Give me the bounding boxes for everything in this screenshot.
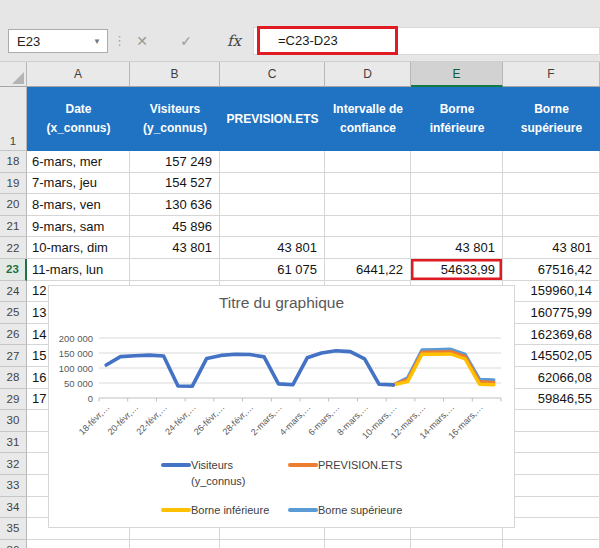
header-cell-E[interactable]: Borne inférieure — [411, 87, 503, 151]
row-header-24[interactable]: 24 — [0, 281, 27, 303]
row-header-28[interactable]: 28 — [0, 367, 27, 389]
row-header-31[interactable]: 31 — [0, 432, 27, 454]
cell-F22[interactable]: 43 801 — [503, 237, 600, 259]
header-cell-A[interactable]: Date (x_connus) — [27, 87, 130, 151]
cell-B21[interactable]: 45 896 — [130, 216, 220, 238]
column-header-D[interactable]: D — [325, 62, 411, 87]
cell-E20[interactable] — [411, 194, 503, 216]
cell-F32[interactable] — [503, 453, 600, 475]
cancel-icon[interactable]: ✕ — [128, 29, 156, 53]
cell-F24[interactable]: 159960,14 — [503, 281, 600, 303]
cell-B20[interactable]: 130 636 — [130, 194, 220, 216]
cell-D36[interactable] — [325, 540, 411, 548]
cell-F25[interactable]: 160775,99 — [503, 302, 600, 324]
row-header-23[interactable]: 23 — [0, 259, 27, 281]
cell-D20[interactable] — [325, 194, 411, 216]
cell-E21[interactable] — [411, 216, 503, 238]
cell-D21[interactable] — [325, 216, 411, 238]
cell-A18[interactable]: 6-mars, mer — [27, 151, 130, 173]
cell-D23[interactable]: 6441,22 — [325, 259, 411, 281]
row-header-36[interactable]: 36 — [0, 540, 27, 548]
row-header-33[interactable]: 33 — [0, 475, 27, 497]
header-cell-B[interactable]: Visiteurs (y_connus) — [130, 87, 220, 151]
insert-function-icon[interactable]: fx — [220, 29, 248, 53]
cell-C19[interactable] — [220, 173, 325, 195]
row-header-20[interactable]: 20 — [0, 194, 27, 216]
cell-C23[interactable]: 61 075 — [220, 259, 325, 281]
cell-F21[interactable] — [503, 216, 600, 238]
cell-C36[interactable] — [220, 540, 325, 548]
cell-A36[interactable] — [27, 540, 130, 548]
cell-A22[interactable]: 10-mars, dim — [27, 237, 130, 259]
cell-E18[interactable] — [411, 151, 503, 173]
row-header-29[interactable]: 29 — [0, 389, 27, 411]
cell-F23[interactable]: 67516,42 — [503, 259, 600, 281]
cell-F29[interactable]: 59846,55 — [503, 389, 600, 411]
cell-E36[interactable] — [411, 540, 503, 548]
cell-A23[interactable]: 11-mars, lun — [27, 259, 130, 281]
legend-item[interactable]: Borne inférieure — [161, 503, 288, 519]
cell-A20[interactable]: 8-mars, ven — [27, 194, 130, 216]
cell-B23[interactable] — [130, 259, 220, 281]
row-header-27[interactable]: 27 — [0, 345, 27, 367]
embedded-chart[interactable]: Titre du graphique 050 000100 000150 000… — [48, 285, 515, 528]
column-header-A[interactable]: A — [27, 62, 130, 87]
row-header-21[interactable]: 21 — [0, 216, 27, 238]
legend-item[interactable]: PREVISION.ETS — [288, 458, 402, 490]
cell-F35[interactable] — [503, 518, 600, 540]
legend-item[interactable]: Visiteurs (y_connus) — [161, 458, 288, 490]
header-cell-C[interactable]: PREVISION.ETS — [220, 87, 325, 151]
name-box-value[interactable]: E23 — [9, 34, 87, 49]
cell-F18[interactable] — [503, 151, 600, 173]
formula-text[interactable]: =C23-D23 — [260, 33, 338, 48]
cell-A21[interactable]: 9-mars, sam — [27, 216, 130, 238]
column-header-F[interactable]: F — [503, 62, 600, 87]
cell-F26[interactable]: 162369,68 — [503, 324, 600, 346]
row-header-19[interactable]: 19 — [0, 173, 27, 195]
chart-legend[interactable]: Visiteurs (y_connus)PREVISION.ETSBorne i… — [161, 458, 402, 519]
cell-C22[interactable]: 43 801 — [220, 237, 325, 259]
row-header-22[interactable]: 22 — [0, 237, 27, 259]
cell-F31[interactable] — [503, 432, 600, 454]
cell-B18[interactable]: 157 249 — [130, 151, 220, 173]
row-header-32[interactable]: 32 — [0, 453, 27, 475]
row-header-35[interactable]: 35 — [0, 518, 27, 540]
row-header-34[interactable]: 34 — [0, 497, 27, 519]
row-header-1[interactable]: 1 — [0, 87, 27, 151]
cell-D18[interactable] — [325, 151, 411, 173]
row-header-26[interactable]: 26 — [0, 324, 27, 346]
cell-D19[interactable] — [325, 173, 411, 195]
name-box-dropdown-icon[interactable]: ▼ — [87, 37, 107, 46]
cell-F33[interactable] — [503, 475, 600, 497]
cell-F27[interactable]: 145502,05 — [503, 345, 600, 367]
row-header-25[interactable]: 25 — [0, 302, 27, 324]
cell-E22[interactable]: 43 801 — [411, 237, 503, 259]
cell-F30[interactable] — [503, 410, 600, 432]
cell-B22[interactable]: 43 801 — [130, 237, 220, 259]
select-all-corner[interactable] — [0, 62, 27, 87]
header-cell-D[interactable]: Intervalle de confiance — [325, 87, 411, 151]
cell-F28[interactable]: 62066,08 — [503, 367, 600, 389]
cell-E23[interactable]: 54633,99 — [411, 259, 503, 281]
column-header-B[interactable]: B — [130, 62, 220, 87]
cell-C18[interactable] — [220, 151, 325, 173]
cell-F19[interactable] — [503, 173, 600, 195]
cell-F36[interactable] — [503, 540, 600, 548]
cell-C21[interactable] — [220, 216, 325, 238]
cell-A19[interactable]: 7-mars, jeu — [27, 173, 130, 195]
header-cell-F[interactable]: Borne supérieure — [503, 87, 600, 151]
row-header-30[interactable]: 30 — [0, 410, 27, 432]
cell-D22[interactable] — [325, 237, 411, 259]
legend-item[interactable]: Borne supérieure — [288, 503, 402, 519]
cell-C20[interactable] — [220, 194, 325, 216]
confirm-icon[interactable]: ✓ — [172, 29, 200, 53]
cell-F20[interactable] — [503, 194, 600, 216]
name-box[interactable]: E23 ▼ — [8, 29, 108, 53]
cell-B36[interactable] — [130, 540, 220, 548]
column-header-E[interactable]: E — [411, 62, 503, 87]
cell-E19[interactable] — [411, 173, 503, 195]
column-header-C[interactable]: C — [220, 62, 325, 87]
cell-B19[interactable]: 154 527 — [130, 173, 220, 195]
cell-F34[interactable] — [503, 497, 600, 519]
row-header-18[interactable]: 18 — [0, 151, 27, 173]
